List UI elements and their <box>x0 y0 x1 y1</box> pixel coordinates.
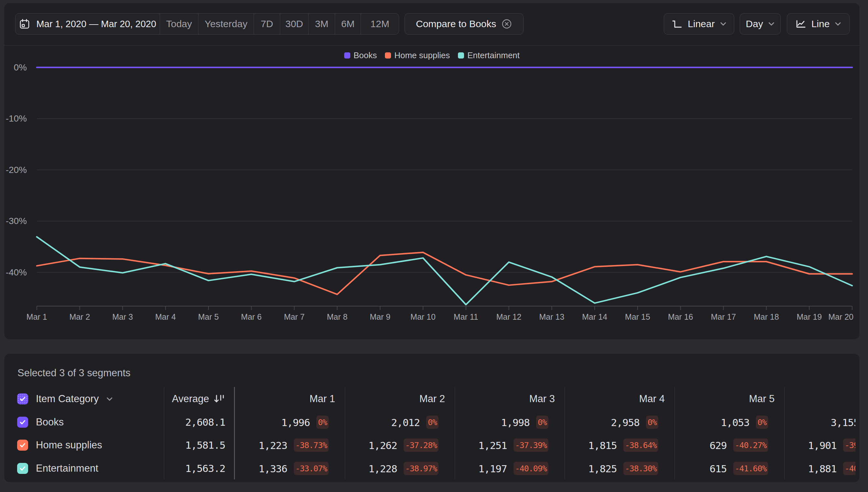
date-cell: 1,815-38.64% <box>588 439 658 452</box>
cell-change-badge: -37.28% <box>404 439 438 452</box>
table-row-entertainment: Entertainment1,563.21,336-33.07%1,228-38… <box>4 457 860 480</box>
cell-value: 629 <box>710 439 727 451</box>
cell-value: 2,958 <box>611 416 640 428</box>
date-cell: 3,1550% <box>831 416 856 429</box>
average-cell: 1,563.2 <box>185 463 225 474</box>
sort-descending-icon <box>213 394 225 404</box>
remove-compare-icon[interactable] <box>501 19 512 29</box>
cell-change-badge: -40.27% <box>733 439 768 452</box>
cell-change-badge: -38.64% <box>623 439 658 452</box>
cell-value: 1,825 <box>588 463 617 474</box>
quick-range-today[interactable]: Today <box>160 14 198 34</box>
line-chart-icon <box>795 19 806 29</box>
line-chart: 0%-10%-20%-30%-40%Mar 1Mar 2Mar 3Mar 4Ma… <box>4 48 860 340</box>
quick-range-12m[interactable]: 12M <box>361 14 399 34</box>
cell-change-badge: -38.97% <box>404 462 438 475</box>
select-all-checkbox[interactable] <box>17 393 28 404</box>
date-column-header[interactable]: Mar 3 <box>529 393 555 405</box>
table-header-row: Item CategoryAverageMar 1Mar 2Mar 3Mar 4… <box>4 387 860 411</box>
chevron-down-icon <box>768 22 774 26</box>
x-axis-label: Mar 6 <box>241 312 262 321</box>
segments-table-card: Selected 3 of 3 segments Item CategoryAv… <box>4 353 860 483</box>
cell-change-badge: 0% <box>316 416 329 429</box>
row-checkbox[interactable] <box>17 440 28 451</box>
row-checkbox[interactable] <box>17 463 28 474</box>
average-header-label: Average <box>172 393 209 405</box>
cell-value: 1,815 <box>588 439 617 451</box>
cell-value: 1,251 <box>478 439 507 451</box>
table-row-books: Books2,608.11,9960%2,0120%1,9980%2,9580%… <box>4 411 860 434</box>
cell-change-badge: 0% <box>756 416 768 429</box>
chevron-down-icon <box>720 22 726 26</box>
cell-change-badge: -38.30% <box>623 462 658 475</box>
date-cell: 1,228-38.97% <box>368 462 438 475</box>
cell-change-badge: 0% <box>426 416 438 429</box>
date-cell: 1,9960% <box>281 416 329 429</box>
cell-change-badge: -37.39% <box>513 439 548 452</box>
x-axis-label: Mar 13 <box>539 312 564 321</box>
row-checkbox[interactable] <box>17 417 28 428</box>
date-range-button[interactable]: Mar 1, 2020 — Mar 20, 2020 <box>16 14 160 34</box>
check-icon <box>21 444 25 447</box>
average-column-header[interactable]: Average <box>172 393 225 405</box>
x-axis-label: Mar 16 <box>668 312 693 321</box>
date-column-header[interactable]: Mar 4 <box>639 393 665 405</box>
quick-range-7d[interactable]: 7D <box>254 14 280 34</box>
x-axis-label: Mar 18 <box>754 312 779 321</box>
cell-value: 615 <box>710 463 727 474</box>
quick-range-3m[interactable]: 3M <box>308 14 335 34</box>
cell-change-badge: -41.60% <box>733 462 768 475</box>
chevron-down-icon <box>106 397 113 401</box>
cell-value: 1,228 <box>368 463 397 474</box>
x-axis-label: Mar 3 <box>112 312 133 321</box>
cell-value: 1,901 <box>808 439 836 451</box>
date-columns-clip: 1,9960%2,0120%1,9980%2,9580%1,0530%3,155… <box>238 411 856 434</box>
date-range-group: Mar 1, 2020 — Mar 20, 2020 Today Yesterd… <box>15 13 399 34</box>
x-axis-label: Mar 14 <box>582 312 607 321</box>
quick-range-yesterday[interactable]: Yesterday <box>198 14 254 34</box>
date-cell: 1,901-39.75% <box>808 439 856 452</box>
series-line-entertainment[interactable] <box>37 237 852 305</box>
cell-value: 3,155 <box>831 416 856 428</box>
date-columns-clip: 1,223-38.73%1,262-37.28%1,251-37.39%1,81… <box>238 434 856 457</box>
linear-axis-icon <box>671 19 683 29</box>
x-axis-label: Mar 8 <box>327 312 348 321</box>
cell-change-badge: -33.07% <box>294 462 329 475</box>
date-cell: 629-40.27% <box>710 439 768 452</box>
quick-range-6m[interactable]: 6M <box>335 14 361 34</box>
cell-change-badge: 0% <box>646 416 658 429</box>
check-icon <box>21 421 25 424</box>
date-cell: 1,825-38.30% <box>588 462 658 475</box>
check-icon <box>21 467 25 470</box>
check-icon <box>21 398 25 401</box>
cell-value: 2,012 <box>391 416 420 428</box>
y-axis-label: -10% <box>6 114 27 123</box>
date-column-header[interactable]: Mar 1 <box>310 393 335 405</box>
scale-button[interactable]: Linear <box>664 13 734 34</box>
compare-button[interactable]: Compare to Books <box>405 13 524 34</box>
interval-button[interactable]: Day <box>740 13 781 34</box>
x-axis-label: Mar 11 <box>454 312 478 321</box>
chart-card: Mar 1, 2020 — Mar 20, 2020 Today Yesterd… <box>4 3 860 340</box>
series-line-home-supplies[interactable] <box>37 252 852 294</box>
date-column-header[interactable]: Mar 2 <box>419 393 445 405</box>
group-by-header[interactable]: Item Category <box>36 393 113 405</box>
x-axis-label: Mar 1 <box>26 312 47 321</box>
cell-value: 1,197 <box>478 463 507 474</box>
row-label: Home supplies <box>36 439 102 451</box>
x-axis-label: Mar 19 <box>797 312 822 321</box>
x-axis-label: Mar 10 <box>410 312 436 321</box>
date-column-header[interactable]: Mar 5 <box>749 393 774 405</box>
cell-change-badge: -40.09% <box>513 462 548 475</box>
chevron-down-icon <box>835 22 841 26</box>
date-cell: 1,336-33.07% <box>258 462 329 475</box>
y-axis-label: 0% <box>14 63 27 72</box>
date-cell: 1,881-40.38% <box>808 462 856 475</box>
cell-value: 1,223 <box>258 439 287 451</box>
average-cell: 2,608.1 <box>185 416 225 428</box>
x-axis-label: Mar 20 <box>828 312 853 321</box>
group-by-label: Item Category <box>36 393 99 405</box>
date-cell: 1,223-38.73% <box>258 439 329 452</box>
chart-type-button[interactable]: Line <box>787 13 849 34</box>
quick-range-30d[interactable]: 30D <box>280 14 308 34</box>
